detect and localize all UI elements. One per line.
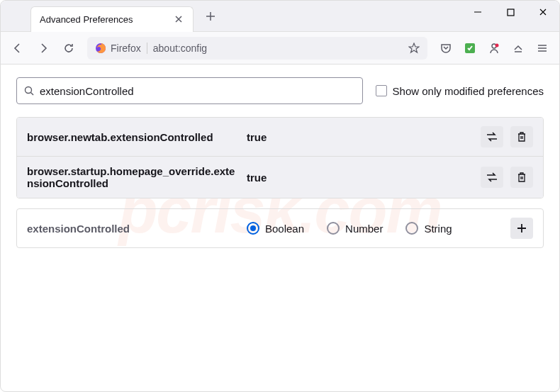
svg-point-4 — [495, 43, 499, 47]
search-row: Show only modified preferences — [16, 77, 544, 104]
radio-string[interactable]: String — [405, 222, 452, 235]
back-button[interactable] — [6, 37, 29, 60]
tab-title: Advanced Preferences — [40, 14, 173, 25]
radio-icon — [327, 222, 340, 235]
url-bar[interactable]: Firefox about:config — [87, 37, 427, 60]
search-icon — [24, 86, 34, 96]
radio-icon — [405, 222, 418, 235]
radio-boolean[interactable]: Boolean — [247, 222, 304, 235]
pref-value: true — [247, 131, 481, 143]
new-tab-button[interactable] — [201, 6, 220, 26]
content-area: Show only modified preferences browser.n… — [1, 65, 559, 261]
new-pref-row: extensionControlled Boolean Number Strin… — [16, 208, 544, 248]
toggle-button[interactable] — [481, 126, 503, 147]
close-window-button[interactable] — [527, 1, 559, 23]
url-text[interactable]: about:config — [153, 43, 207, 54]
new-pref-name: extensionControlled — [27, 223, 247, 235]
identity-box[interactable]: Firefox — [95, 43, 147, 54]
minimize-button[interactable] — [461, 1, 494, 23]
forward-button[interactable] — [32, 37, 55, 60]
add-pref-button[interactable] — [510, 218, 533, 239]
pref-name: browser.newtab.extensionControlled — [27, 131, 247, 143]
bookmark-star-icon[interactable] — [408, 43, 420, 54]
pref-row: browser.newtab.extensionControlled true — [17, 118, 543, 157]
account-icon[interactable] — [483, 37, 505, 60]
svg-rect-0 — [508, 9, 514, 16]
delete-button[interactable] — [510, 167, 533, 188]
toggle-button[interactable] — [481, 167, 503, 188]
type-radios: Boolean Number String — [247, 222, 510, 235]
checkbox-icon — [376, 85, 387, 96]
pref-row: browser.startup.homepage_override.extens… — [17, 157, 543, 198]
delete-button[interactable] — [510, 126, 533, 147]
pref-name: browser.startup.homepage_override.extens… — [27, 165, 247, 189]
pref-list: browser.newtab.extensionControlled true … — [16, 117, 544, 198]
pocket-icon[interactable] — [435, 37, 457, 60]
close-tab-icon[interactable] — [173, 13, 184, 25]
identity-label: Firefox — [111, 43, 141, 54]
reload-button[interactable] — [57, 37, 80, 60]
pref-value: true — [247, 172, 481, 184]
window-controls — [461, 1, 559, 32]
radio-label: Number — [345, 223, 383, 235]
checkbox-label: Show only modified preferences — [393, 85, 544, 97]
browser-tab[interactable]: Advanced Preferences — [30, 6, 194, 32]
toolbar: Firefox about:config — [1, 32, 559, 65]
show-modified-checkbox[interactable]: Show only modified preferences — [376, 85, 544, 97]
menu-icon[interactable] — [531, 37, 554, 60]
extension-icon[interactable] — [459, 37, 481, 60]
radio-icon — [247, 222, 259, 235]
firefox-icon — [95, 43, 106, 54]
radio-label: Boolean — [265, 223, 304, 235]
radio-number[interactable]: Number — [327, 222, 383, 235]
radio-label: String — [424, 223, 452, 235]
search-box[interactable] — [16, 77, 363, 104]
search-input[interactable] — [40, 85, 355, 97]
svg-point-5 — [26, 87, 32, 94]
maximize-button[interactable] — [494, 1, 527, 23]
overflow-icon[interactable] — [507, 37, 530, 60]
titlebar: Advanced Preferences — [1, 1, 559, 32]
